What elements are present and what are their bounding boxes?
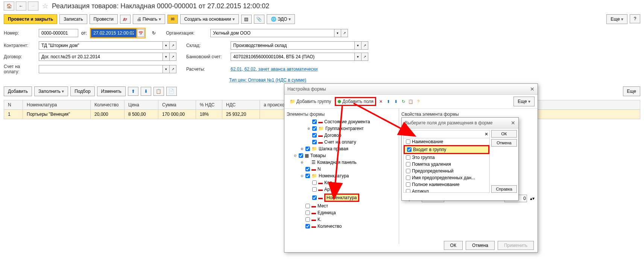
back-button[interactable]: ← <box>16 2 26 11</box>
mail-icon[interactable]: ✉ <box>167 15 178 24</box>
field-picker-dialog: Выберите поля для размещения в форме ✕ ✕… <box>401 117 519 201</box>
cancel-button[interactable]: Отмена <box>466 241 495 250</box>
bank-open[interactable]: ↗ <box>361 53 368 61</box>
col-vat: НДС <box>222 100 260 110</box>
add-row-button[interactable]: Добавить <box>4 86 32 96</box>
down-icon[interactable]: ⬇ <box>393 98 399 104</box>
home-button[interactable]: 🏠 <box>4 2 14 11</box>
copy-icon[interactable]: 📋 <box>153 87 164 96</box>
bank-label: Банковский счет: <box>186 54 228 59</box>
dt-kt-icon[interactable]: Дт <box>120 15 131 24</box>
col-vatp: % НДС <box>196 100 222 110</box>
ingroup-highlighted[interactable]: Входит в группу <box>404 145 489 154</box>
attach-icon[interactable]: 📎 <box>254 15 264 24</box>
contract-open[interactable]: ↗ <box>170 53 176 61</box>
contract-field[interactable] <box>39 53 163 61</box>
col-price: Цена <box>125 100 158 110</box>
add-group-button[interactable]: 📁Добавить группу <box>287 98 333 105</box>
from-label: от: <box>81 30 87 36</box>
save-button[interactable]: Записать <box>59 14 87 24</box>
forward-button[interactable]: → <box>28 2 38 11</box>
picker-ok-button[interactable]: ОК <box>491 130 517 138</box>
conduct-button[interactable]: Провести <box>90 14 118 24</box>
up-icon[interactable]: ⬆ <box>385 98 391 104</box>
more-table-button[interactable]: Еще <box>623 86 640 96</box>
paste-icon[interactable]: 📄 <box>166 87 177 96</box>
picker-cancel-button[interactable]: Отмена <box>491 139 517 147</box>
counterparty-open[interactable]: ↗ <box>170 41 176 50</box>
edo-button[interactable]: 🌐 ЭДО <box>267 14 295 24</box>
bank-dropdown[interactable]: ▾ <box>355 53 361 61</box>
create-based-button[interactable]: Создать на основании <box>180 14 239 24</box>
fields-list[interactable]: ✕ Наименование Входит в группу Это групп… <box>403 130 490 193</box>
warehouse-field[interactable] <box>231 41 355 50</box>
settlements-label: Расчеты: <box>186 67 228 72</box>
org-field[interactable] <box>210 29 334 37</box>
refresh-icon[interactable]: ↻ <box>400 98 406 104</box>
picker-title: Выберите поля для размещения в форме <box>405 120 492 126</box>
counterparty-label: Контрагент: <box>4 43 36 48</box>
invoice-field[interactable] <box>39 65 163 73</box>
apply-button[interactable]: Применить <box>498 241 534 250</box>
page-title: Реализация товаров: Накладная 0000-00000… <box>52 2 269 10</box>
bank-field[interactable] <box>231 53 355 61</box>
report-icon[interactable]: ▤ <box>241 15 252 24</box>
help-icon[interactable]: ? <box>630 14 640 23</box>
col-nom: Номенклатура <box>23 100 91 110</box>
close-icon[interactable]: ✕ <box>530 86 535 92</box>
col-n: N <box>4 100 23 110</box>
form-elements-tree[interactable]: ▬Состояние документа ⊕📁Группа контрагент… <box>286 118 397 230</box>
number-field[interactable] <box>39 29 78 37</box>
contract-dropdown[interactable]: ▾ <box>163 53 170 61</box>
pick-button[interactable]: Подбор <box>70 86 94 96</box>
date-field[interactable] <box>91 29 136 37</box>
conduct-close-button[interactable]: Провести и закрыть <box>4 14 57 24</box>
clear-search-icon[interactable]: ✕ <box>485 132 488 137</box>
col-sum: Сумма <box>158 100 196 110</box>
invoice-dropdown[interactable]: ▾ <box>163 65 170 73</box>
help-dialog-icon[interactable]: ? <box>415 98 421 104</box>
contract-label: Договор: <box>4 54 36 59</box>
pricetype-link[interactable]: Тип цен: Оптовая №1 (НДС в сумме) <box>229 77 306 83</box>
warehouse-label: Склад: <box>186 43 228 48</box>
ok-button[interactable]: ОК <box>444 241 463 250</box>
dialog-more-button[interactable]: Еще <box>513 97 535 106</box>
warehouse-open[interactable]: ↗ <box>361 41 368 50</box>
refresh-date-icon[interactable]: ↻ <box>149 29 159 38</box>
calendar-icon[interactable]: 📅 <box>137 29 144 37</box>
picker-close-icon[interactable]: ✕ <box>511 120 515 126</box>
favorite-icon[interactable]: ☆ <box>42 2 48 10</box>
print-button[interactable]: 🖨 Печать <box>133 14 165 24</box>
tree-nomenclature-highlighted[interactable]: Номенклатура <box>324 194 359 202</box>
dialog-title: Настройка формы <box>287 86 326 92</box>
counterparty-field[interactable] <box>39 41 163 50</box>
invoice-open[interactable]: ↗ <box>170 65 176 73</box>
number-label: Номер: <box>4 30 36 36</box>
settlements-link[interactable]: 62.01, 62.02, зачет аванса автоматически <box>231 67 317 72</box>
warehouse-dropdown[interactable]: ▾ <box>355 41 361 50</box>
copy-form-icon[interactable]: 📋 <box>408 98 414 104</box>
col-qty: Количество <box>91 100 125 110</box>
org-dropdown[interactable]: ▾ <box>334 29 341 37</box>
elements-title: Элементы формы <box>286 110 397 118</box>
org-open[interactable]: ↗ <box>341 29 348 37</box>
counterparty-dropdown[interactable]: ▾ <box>163 41 170 50</box>
delete-icon[interactable]: ✕ <box>378 98 384 104</box>
fill-button[interactable]: Заполнить <box>34 86 68 96</box>
more-button[interactable]: Еще <box>606 14 627 24</box>
add-fields-button[interactable]: ⊕Добавить поля <box>335 97 376 106</box>
picker-help-button[interactable]: Справка <box>491 185 517 193</box>
move-down-icon[interactable]: ⬇ <box>141 87 151 96</box>
field-search-input[interactable] <box>405 132 485 137</box>
org-label: Организация: <box>166 30 207 36</box>
move-up-icon[interactable]: ⬆ <box>128 87 138 96</box>
invoice-label: Счет на оплату: <box>4 64 36 74</box>
edit-button[interactable]: Изменить <box>97 86 126 96</box>
